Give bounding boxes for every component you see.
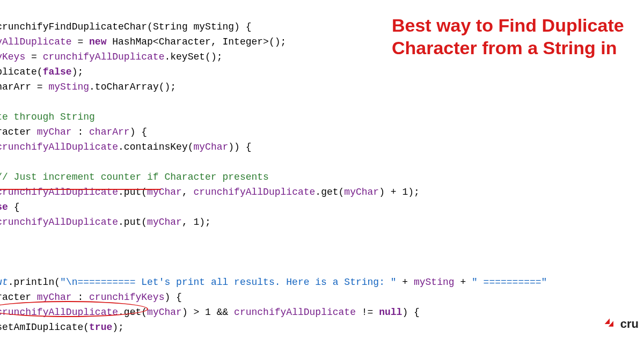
t: );: [72, 67, 84, 77]
t: :: [72, 127, 89, 137]
t: chifyAllDuplicate: [0, 36, 72, 47]
t: .keySet();: [164, 52, 222, 62]
t: (String mySting) {: [147, 21, 251, 32]
t: "\n==========: [60, 277, 141, 288]
t: chifyKeys: [0, 52, 25, 62]
t: crunchifyAllDuplicate: [0, 217, 118, 227]
brand-text: cru: [620, 317, 639, 332]
t: , 1);: [182, 217, 211, 227]
t: crunchifyAllDuplicate: [234, 307, 356, 318]
t: .put(: [118, 217, 147, 227]
t: mIDuplicate(: [0, 67, 43, 77]
t: myChar: [147, 217, 182, 227]
t: crunchifyAllDuplicate: [43, 52, 165, 62]
headline: Best way to Find Duplicate Character fro…: [392, 14, 644, 59]
t: ,: [182, 187, 194, 197]
t: true: [89, 322, 112, 333]
brand-logo: cru: [602, 317, 639, 332]
t: .containsKey(: [118, 142, 193, 152]
t: ) {: [130, 127, 147, 137]
t: myChar: [147, 187, 182, 197]
t: myChar: [147, 307, 182, 318]
t: (Character: [0, 292, 37, 303]
t: =: [25, 52, 42, 62]
t: [] charArr =: [0, 82, 48, 92]
t: ) > 1 &&: [182, 307, 234, 318]
t: crunchifyAllDuplicate: [0, 142, 118, 152]
t: Let's print all results. Here is a Strin…: [141, 277, 390, 288]
t: // Just increment counter if Character p…: [0, 172, 269, 182]
chevrons-icon: [602, 317, 617, 332]
t: charArr: [89, 127, 130, 137]
t: crunchifyAllDuplicate: [194, 187, 316, 197]
t: null: [379, 307, 402, 318]
t: else: [0, 202, 8, 212]
t: .put(: [118, 187, 147, 197]
t: mySting: [48, 82, 89, 92]
t: " ==========": [472, 277, 547, 288]
t: myChar: [344, 187, 379, 197]
t: {: [8, 202, 20, 212]
headline-line1: Best way to Find Duplicate: [392, 14, 644, 36]
t: .toCharArray();: [89, 82, 176, 92]
t: ) + 1);: [379, 187, 420, 197]
t: new: [89, 36, 106, 47]
t: ": [391, 277, 397, 288]
t: crunchifyAllDuplicate: [0, 187, 118, 197]
t: )) {: [228, 142, 251, 152]
t: crunchifyKeys: [89, 292, 164, 303]
t: out: [0, 277, 8, 288]
t: .println(: [8, 277, 60, 288]
t: false: [43, 67, 72, 77]
t: .get(: [315, 187, 344, 197]
t: setAmIDuplicate(: [0, 322, 89, 333]
t: ) {: [164, 292, 181, 303]
t: =: [72, 36, 89, 47]
underline-annotation: [0, 189, 161, 190]
t: !=: [356, 307, 379, 318]
headline-line2: Character from a String in: [392, 36, 644, 59]
t: );: [112, 322, 124, 333]
t: (Character: [0, 127, 37, 137]
t: ) {: [402, 307, 419, 318]
t: crunchifyFindDuplicateChar: [0, 21, 147, 32]
t: myChar: [194, 142, 229, 152]
t: +: [455, 277, 472, 288]
t: myChar: [37, 127, 72, 137]
t: HashMap<Character, Integer>();: [106, 36, 286, 47]
t: +: [397, 277, 414, 288]
t: mySting: [414, 277, 455, 288]
t: terate through String: [0, 112, 95, 122]
